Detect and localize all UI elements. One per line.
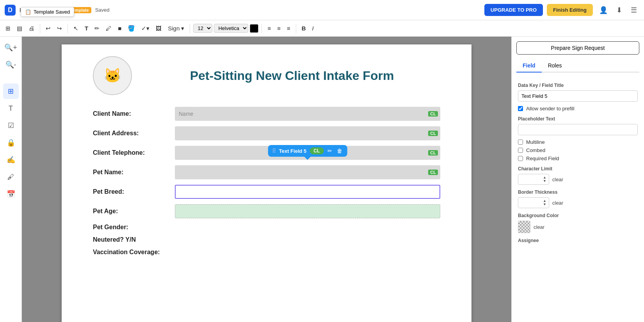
text-tool[interactable]: T	[82, 23, 91, 33]
placeholder-text-label: Placeholder Text	[518, 116, 638, 122]
bg-color-row: clear	[518, 221, 638, 233]
placeholder-text-input[interactable]	[518, 124, 638, 135]
pages-button[interactable]: ▤	[14, 23, 25, 34]
tab-roles[interactable]: Roles	[542, 59, 568, 73]
client-telephone-row: Client Telephone: CL	[93, 146, 440, 160]
char-limit-input[interactable]: ▲ ▼	[518, 174, 549, 185]
client-name-field[interactable]: Name CL	[175, 107, 440, 121]
border-thickness-spin-arrows[interactable]: ▲ ▼	[543, 199, 546, 206]
client-name-label: Client Name:	[93, 110, 171, 117]
zoom-out-button[interactable]: 🔍-	[3, 57, 19, 73]
finish-editing-button[interactable]: Finish Editing	[547, 4, 593, 16]
bg-color-swatch[interactable]	[518, 221, 530, 233]
image-tool[interactable]: 🖼	[153, 23, 164, 33]
checkbox-tool-sidebar[interactable]: ☑	[3, 118, 19, 133]
menu-icon-button[interactable]: ☰	[628, 4, 639, 16]
select-tool-sidebar[interactable]: ⊞	[3, 83, 19, 99]
char-limit-label: Character Limit	[518, 166, 638, 172]
combed-label: Combed	[526, 147, 545, 153]
align-left-button[interactable]: ≡	[265, 23, 273, 33]
client-address-cl-badge: CL	[428, 131, 438, 136]
lock-tool-sidebar[interactable]: 🔒	[3, 135, 19, 150]
color-picker[interactable]	[250, 24, 258, 33]
client-address-row: Client Address: CL	[93, 126, 440, 140]
text-tool-sidebar[interactable]: T	[3, 101, 19, 116]
bg-color-clear-link[interactable]: clear	[534, 224, 544, 230]
app-logo: D	[5, 5, 16, 16]
topbar: D Petintake copy.pdf Template Saved UPGR…	[0, 0, 644, 20]
user-icon-button[interactable]: 👤	[597, 4, 610, 16]
print-button[interactable]: 🖨	[26, 23, 37, 33]
char-limit-spin-arrows[interactable]: ▲ ▼	[543, 176, 546, 183]
align-right-button[interactable]: ≡	[285, 23, 293, 33]
field-title-input[interactable]	[518, 90, 638, 102]
client-address-field[interactable]: CL	[175, 126, 440, 140]
required-field-checkbox[interactable]	[518, 156, 523, 161]
sign-tool-sidebar[interactable]: ✍	[3, 152, 19, 168]
pet-name-row: Pet Name: ⠿ Text Field 5 CL ✏ 🗑 CL	[93, 165, 440, 179]
form-title: Pet-Sitting New Client Intake Form	[144, 69, 440, 83]
initials-tool-sidebar[interactable]: 🖋	[3, 169, 19, 185]
client-telephone-label: Client Telephone:	[93, 149, 171, 156]
panel-tabs: Field Roles	[516, 59, 639, 73]
allow-prefill-checkbox[interactable]	[518, 106, 523, 111]
vaccination-row: Vaccination Coverage:	[93, 249, 440, 256]
undo-button[interactable]: ↩	[43, 23, 53, 34]
pet-breed-label: Pet Breed:	[93, 188, 171, 195]
divider2	[68, 24, 68, 33]
pet-breed-field[interactable]	[175, 185, 440, 199]
border-thickness-clear-link[interactable]: clear	[552, 200, 563, 206]
assignee-label: Assignee	[518, 238, 638, 243]
right-panel: Prepare Sign Request Field Roles Data Ke…	[511, 37, 644, 322]
cursor-tool[interactable]: ↖	[71, 23, 81, 34]
pet-name-cl-badge: CL	[428, 170, 438, 175]
redo-button[interactable]: ↪	[55, 23, 64, 34]
shape-tool[interactable]: ■	[116, 23, 124, 33]
divider5	[296, 24, 296, 33]
char-limit-down-arrow[interactable]: ▼	[543, 179, 546, 183]
tooltip-cl-button[interactable]: CL	[310, 147, 324, 154]
pet-name-field[interactable]: ⠿ Text Field 5 CL ✏ 🗑 CL	[175, 165, 440, 179]
download-icon-button[interactable]: ⬇	[614, 4, 624, 16]
vaccination-label: Vaccination Coverage:	[93, 249, 171, 256]
bg-color-label: Background Color	[518, 213, 638, 218]
char-limit-clear-link[interactable]: clear	[552, 177, 563, 182]
upgrade-button[interactable]: UPGRADE TO PRO	[484, 4, 543, 16]
align-center-button[interactable]: ≡	[275, 23, 283, 33]
divider3	[190, 24, 190, 33]
markup-tool[interactable]: 🖊	[103, 23, 114, 33]
pet-age-label: Pet Age:	[93, 208, 171, 215]
apps-button[interactable]: ⊞	[3, 23, 13, 34]
pet-gender-label: Pet Gender:	[93, 224, 171, 231]
font-size-select[interactable]: 12 14 16	[193, 24, 212, 33]
check-tool[interactable]: ✓▾	[139, 23, 152, 34]
italic-button[interactable]: I	[310, 23, 316, 33]
allow-prefill-label: Allow sender to prefill	[526, 106, 575, 111]
tooltip-field-label: Text Field 5	[279, 148, 307, 154]
drag-handle-icon[interactable]: ⠿	[272, 148, 276, 154]
font-family-select[interactable]: Helvetica Arial	[214, 24, 248, 33]
client-address-label: Client Address:	[93, 130, 171, 137]
combed-checkbox[interactable]	[518, 148, 523, 153]
bold-button[interactable]: B	[299, 23, 308, 33]
neutered-row: Neutered? Y/N	[93, 236, 440, 243]
tooltip-delete-button[interactable]: 🗑	[336, 148, 343, 154]
pen-tool[interactable]: ✏	[92, 23, 102, 34]
multiline-checkbox[interactable]	[518, 140, 523, 145]
main-area: 🔍+ 🔍- ⊞ T ☑ 🔒 ✍ 🖋 📅 📋 Template Saved 🐱 P…	[0, 37, 644, 322]
doc-area: 📋 Template Saved 🐱 Pet-Sitting New Clien…	[22, 37, 511, 322]
zoom-in-button[interactable]: 🔍+	[3, 40, 19, 55]
border-thickness-input[interactable]: ▲ ▼	[518, 197, 549, 208]
date-tool-sidebar[interactable]: 📅	[3, 186, 19, 202]
pet-gender-row: Pet Gender:	[93, 224, 440, 231]
toolbar: ⊞ ▤ 🖨 ↩ ↪ ↖ T ✏ 🖊 ■ 🪣 ✓▾ 🖼 Sign ▾ 12 14 …	[0, 20, 644, 37]
doc-page: 🐱 Pet-Sitting New Client Intake Form Cli…	[62, 44, 471, 322]
sign-tool[interactable]: Sign ▾	[165, 23, 187, 34]
tab-field[interactable]: Field	[516, 59, 542, 73]
prepare-sign-request-button[interactable]: Prepare Sign Request	[516, 41, 639, 55]
tooltip-edit-button[interactable]: ✏	[327, 148, 333, 154]
fill-tool[interactable]: 🪣	[125, 23, 137, 34]
border-thickness-down-arrow[interactable]: ▼	[543, 203, 546, 206]
required-field-label: Required Field	[526, 156, 559, 161]
pet-age-field[interactable]	[175, 204, 440, 218]
